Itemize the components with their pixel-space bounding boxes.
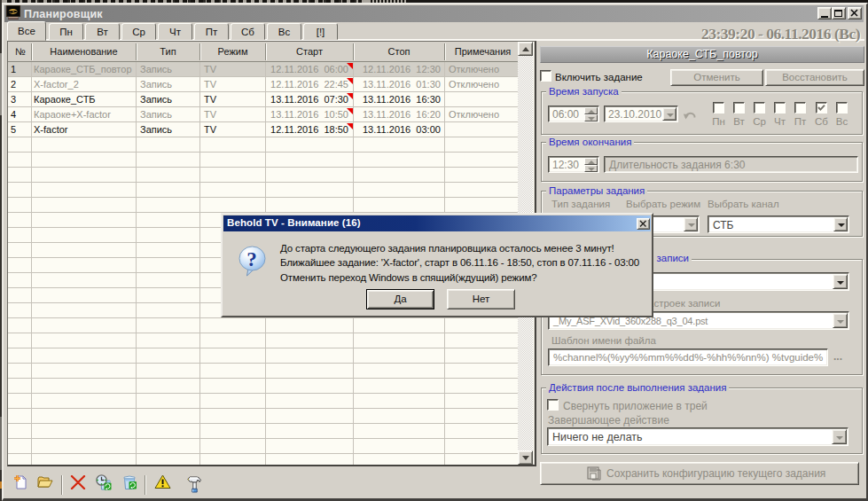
svg-text:?: ? — [246, 248, 257, 270]
